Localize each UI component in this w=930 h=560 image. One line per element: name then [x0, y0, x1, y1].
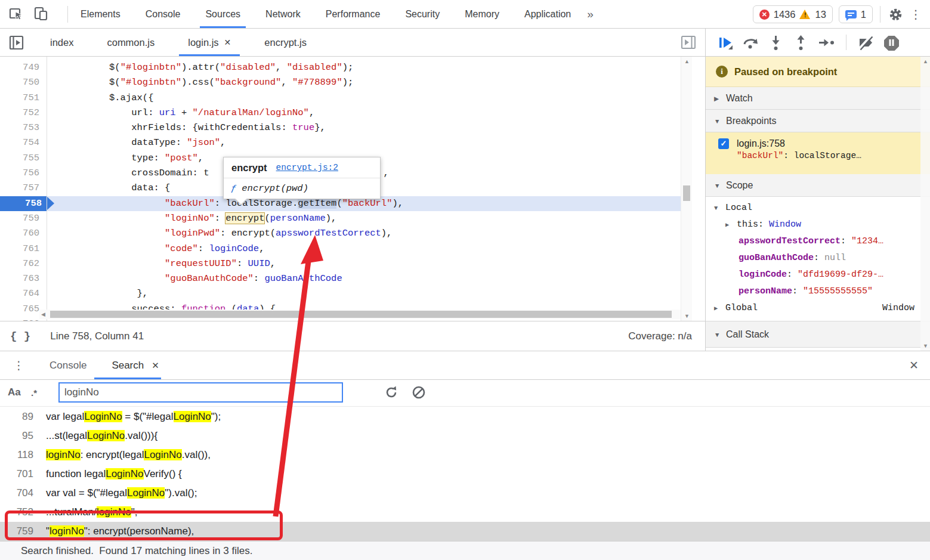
- sidebar-scrollbar[interactable]: ▲ ▼: [920, 57, 930, 351]
- line-number[interactable]: 753: [0, 120, 39, 135]
- code-line[interactable]: 750 $("#loginbtn").css("background", "#7…: [0, 75, 681, 90]
- devtools-tab-sources[interactable]: Sources: [193, 0, 253, 28]
- code-line[interactable]: 752 url: uri + "/naturalMan/loginNo",: [0, 106, 681, 120]
- scope-row-loginCode[interactable]: loginCode: "dfd19699-df29-…: [706, 267, 930, 283]
- line-number[interactable]: 764: [0, 286, 39, 301]
- scope-section-header[interactable]: ▼ Scope: [706, 174, 930, 197]
- chevron-right-icon[interactable]: ▶: [714, 300, 725, 317]
- scope-row-this[interactable]: ▶this: Window: [706, 216, 930, 233]
- tab-console[interactable]: Console: [50, 360, 86, 372]
- resume-button[interactable]: [716, 34, 734, 51]
- search-result-row[interactable]: 701function legalLoginNoVerify() {: [0, 465, 930, 484]
- scope-row-Global[interactable]: ▶GlobalWindow: [706, 300, 930, 317]
- scroll-down-arrow-icon[interactable]: ▼: [684, 313, 690, 319]
- scope-row-personName[interactable]: personName: "15555555555": [706, 283, 930, 300]
- code-line[interactable]: 751 $.ajax({: [0, 91, 681, 106]
- editor-vertical-scrollbar[interactable]: ▲ ▼: [681, 57, 692, 321]
- search-result-row[interactable]: 118loginNo: encrypt(legalLoginNo.val()),: [0, 445, 930, 465]
- line-number[interactable]: 759: [0, 211, 39, 226]
- refresh-icon[interactable]: [384, 385, 398, 400]
- code-line[interactable]: 764 },: [0, 286, 681, 301]
- close-file-icon[interactable]: ✕: [224, 29, 231, 56]
- file-tab-encrypt-js[interactable]: encrypt.js: [248, 29, 323, 56]
- line-number[interactable]: 761: [0, 242, 39, 256]
- code-line[interactable]: 763 "guoBanAuthCode": guoBanAuthCode: [0, 271, 681, 286]
- step-over-button[interactable]: [741, 34, 759, 51]
- regex-toggle[interactable]: .*: [31, 388, 37, 398]
- more-tabs-icon[interactable]: »: [583, 8, 597, 21]
- match-case-toggle[interactable]: Aa: [8, 386, 21, 398]
- scroll-up-arrow-icon[interactable]: ▲: [684, 58, 690, 64]
- file-tab-common-js[interactable]: common.js: [90, 29, 171, 56]
- line-number[interactable]: 752: [0, 106, 39, 120]
- line-number[interactable]: 750: [0, 75, 39, 90]
- breakpoint-entry[interactable]: ✓ login.js:758 "backUrl": localStorage…: [706, 132, 930, 174]
- devtools-tab-network[interactable]: Network: [253, 0, 313, 28]
- deactivate-breakpoints-button[interactable]: [857, 34, 875, 51]
- devtools-tab-memory[interactable]: Memory: [452, 0, 512, 28]
- line-number[interactable]: 755: [0, 151, 39, 166]
- step-into-button[interactable]: [767, 34, 784, 51]
- line-number[interactable]: 763: [0, 271, 39, 286]
- breakpoint-checkbox[interactable]: ✓: [718, 138, 729, 149]
- devtools-tab-elements[interactable]: Elements: [68, 0, 133, 28]
- scroll-down-arrow-icon[interactable]: ▼: [923, 343, 928, 349]
- settings-gear-icon[interactable]: [888, 7, 904, 23]
- close-drawer-icon[interactable]: ✕: [909, 358, 919, 372]
- search-result-row[interactable]: 89var legalLoginNo = $("#legalLoginNo");: [0, 407, 930, 426]
- inspect-element-icon[interactable]: [8, 6, 24, 22]
- scroll-up-arrow-icon[interactable]: ▲: [923, 58, 928, 64]
- tooltip-source-link[interactable]: encrypt.js:2: [276, 163, 338, 172]
- search-result-row[interactable]: 704var val = $("#legalLoginNo").val();: [0, 484, 930, 503]
- line-number[interactable]: 758: [0, 196, 47, 211]
- pause-on-exceptions-button[interactable]: [883, 34, 900, 51]
- horizontal-scroll-thumb[interactable]: [50, 311, 672, 318]
- navigator-panel-toggle-icon[interactable]: [8, 34, 25, 51]
- search-input[interactable]: [58, 382, 343, 403]
- tab-search[interactable]: Search ✕: [112, 360, 159, 372]
- close-tab-icon[interactable]: ✕: [152, 360, 159, 371]
- code-line[interactable]: 749 $("#loginbtn").attr("disabled", "dis…: [0, 60, 681, 75]
- scope-row-guoBanAuthCode[interactable]: guoBanAuthCode: null: [706, 250, 930, 267]
- file-tab-login-js[interactable]: login.js✕: [171, 29, 248, 56]
- messages-badge[interactable]: 1: [839, 5, 873, 23]
- devtools-tab-security[interactable]: Security: [393, 0, 452, 28]
- line-number[interactable]: 756: [0, 166, 39, 181]
- clear-results-icon[interactable]: [412, 385, 426, 400]
- code-line[interactable]: 753 xhrFields: {withCredentials: true},: [0, 120, 681, 135]
- code-line[interactable]: 759 "loginNo": encrypt(personName),: [0, 211, 681, 226]
- device-toolbar-icon[interactable]: [33, 6, 50, 22]
- code-line[interactable]: 761 "code": loginCode,: [0, 242, 681, 256]
- pretty-print-icon[interactable]: { }: [10, 330, 30, 343]
- line-number[interactable]: 766: [0, 317, 39, 321]
- code-line[interactable]: 760 "loginPwd": encrypt(apsswordTestCorr…: [0, 226, 681, 241]
- search-result-row[interactable]: 95...st(legalLoginNo.val())){: [0, 426, 930, 445]
- issues-badge[interactable]: ✕ 1436 ! 13: [753, 5, 833, 23]
- call-stack-section-header[interactable]: ▼ Call Stack: [706, 321, 930, 348]
- scope-row-apsswordTestCorrect[interactable]: apsswordTestCorrect: "1234…: [706, 233, 930, 250]
- scope-row-Local[interactable]: ▼Local: [706, 200, 930, 216]
- line-number[interactable]: 751: [0, 91, 39, 106]
- encrypt-token[interactable]: encrypt: [225, 213, 264, 224]
- devtools-tab-performance[interactable]: Performance: [313, 0, 393, 28]
- breakpoints-section-header[interactable]: ▼ Breakpoints: [706, 110, 930, 132]
- code-line[interactable]: 762 "requestUUID": UUID,: [0, 256, 681, 271]
- line-number[interactable]: 765: [0, 302, 39, 317]
- code-line[interactable]: 754 dataType: "json",: [0, 135, 681, 150]
- more-options-kebab-icon[interactable]: ⋮: [910, 7, 922, 21]
- line-number[interactable]: 760: [0, 226, 39, 241]
- editor-horizontal-scrollbar[interactable]: ◀: [39, 310, 681, 319]
- line-number[interactable]: 754: [0, 135, 39, 150]
- chevron-right-icon[interactable]: ▶: [725, 216, 737, 233]
- file-tab-index[interactable]: index: [33, 29, 90, 56]
- devtools-tab-application[interactable]: Application: [512, 0, 583, 28]
- line-number[interactable]: 749: [0, 60, 39, 75]
- line-number[interactable]: 757: [0, 181, 39, 196]
- drawer-menu-kebab-icon[interactable]: ⋮: [13, 358, 24, 372]
- vertical-scroll-thumb[interactable]: [683, 185, 690, 201]
- quick-source-panel-icon[interactable]: [680, 34, 697, 51]
- step-button[interactable]: [817, 34, 836, 51]
- line-number[interactable]: 762: [0, 256, 39, 271]
- scroll-left-arrow-icon[interactable]: ◀: [41, 311, 45, 317]
- devtools-tab-console[interactable]: Console: [133, 0, 193, 28]
